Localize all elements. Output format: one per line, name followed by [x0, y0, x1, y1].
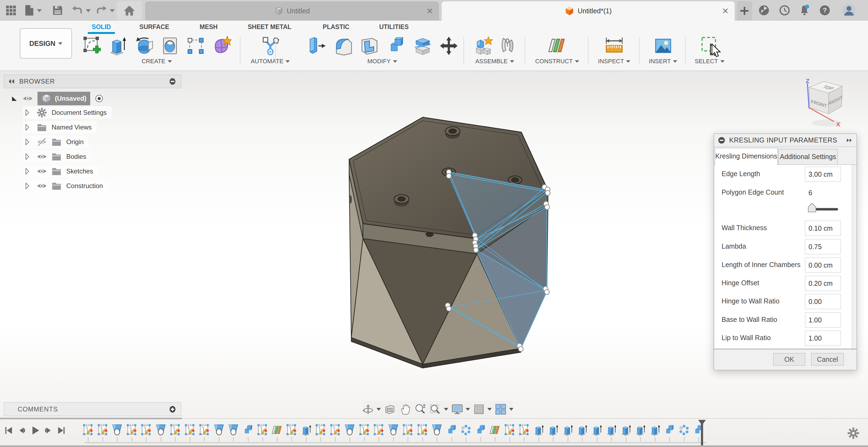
timeline-feature-sketch[interactable] [402, 424, 414, 437]
app-grid-icon[interactable] [5, 4, 17, 16]
expand-caret-icon[interactable] [23, 123, 32, 132]
ribbon-tab-sheet-metal[interactable]: SHEET METAL [248, 22, 291, 32]
cancel-button[interactable]: Cancel [811, 353, 844, 366]
expand-caret-icon[interactable] [23, 138, 32, 146]
extrude-button[interactable] [107, 36, 128, 56]
timeline-feature-extrude[interactable] [634, 424, 646, 437]
field-input-lip-to-wall-ratio[interactable]: 1.00 [805, 331, 841, 346]
undo-menu-caret[interactable] [86, 9, 91, 12]
timeline-feature-extrude[interactable] [300, 424, 312, 437]
browser-item-unsaved[interactable]: (Unsaved) [10, 92, 104, 105]
viewports-button[interactable] [494, 403, 507, 415]
timeline-settings-gear-icon[interactable] [847, 427, 860, 439]
help-icon[interactable]: ? [819, 4, 831, 16]
new-tab-button[interactable] [737, 1, 752, 21]
close-tab-icon[interactable]: ✕ [425, 6, 435, 16]
split-body-button[interactable] [413, 36, 433, 56]
timeline-feature-combine[interactable] [475, 424, 487, 437]
document-tab-untitled-1[interactable]: Untitled*(1) ✕ [442, 1, 735, 21]
timeline-feature-sketch[interactable] [504, 424, 516, 437]
visibility-eye-icon[interactable] [36, 151, 47, 162]
timeline-feature-extrude[interactable] [591, 424, 603, 437]
create-form-button[interactable] [211, 36, 231, 56]
orbit-dropdown-caret[interactable] [376, 408, 381, 411]
joint-button[interactable] [497, 36, 518, 56]
field-input-polygon-edge-count[interactable]: 6 [805, 185, 828, 200]
field-input-edge-length[interactable]: 3.00 cm [805, 167, 841, 182]
timeline-feature-loft[interactable] [227, 424, 239, 437]
group-label-inspect[interactable]: INSPECT [598, 58, 630, 65]
zoom-window-button[interactable] [429, 403, 442, 415]
collapse-panel-icon[interactable] [7, 77, 16, 85]
timeline-feature-sketch[interactable] [358, 424, 370, 437]
kresling-3d-model[interactable] [342, 113, 560, 369]
save-icon[interactable] [52, 4, 64, 16]
dialog-title-bar[interactable]: KRESLING INPUT PARAMETERS [714, 134, 857, 147]
group-label-create[interactable]: CREATE [142, 58, 172, 65]
timeline-feature-extrude[interactable] [620, 424, 632, 437]
revolve-button[interactable] [134, 36, 154, 56]
hole-button[interactable] [160, 36, 181, 56]
timeline-feature-combine[interactable] [445, 424, 458, 437]
browser-item-construction[interactable]: Construction [23, 180, 108, 192]
notifications-bell-icon[interactable] [799, 4, 810, 16]
close-tab-icon[interactable]: ✕ [720, 6, 730, 16]
timeline-feature-sketch[interactable] [329, 424, 341, 437]
timeline-feature-extrude[interactable] [533, 424, 545, 437]
tab-kresling-dimensions[interactable]: Kresling Dimensions [715, 148, 778, 165]
step-back-button[interactable] [17, 425, 27, 437]
timeline-feature-sketch[interactable] [373, 424, 385, 437]
workspace-switcher[interactable]: DESIGN [20, 28, 72, 59]
visibility-eye-icon[interactable] [36, 137, 47, 147]
timeline-feature-sketch[interactable] [518, 424, 530, 437]
visibility-eye-icon[interactable] [36, 180, 47, 191]
timeline-feature-extrude[interactable] [576, 424, 588, 437]
group-label-modify[interactable]: MODIFY [367, 58, 397, 65]
user-avatar[interactable] [842, 3, 856, 18]
timeline-feature-sketch[interactable] [97, 424, 109, 437]
document-tab-untitled[interactable]: Untitled ✕ [145, 1, 439, 21]
file-icon[interactable] [23, 4, 35, 16]
browser-item-origin[interactable]: Origin [23, 136, 89, 148]
shell-button[interactable] [360, 36, 379, 56]
undo-icon[interactable] [71, 4, 83, 16]
measure-button[interactable] [604, 36, 624, 56]
pan-button[interactable] [399, 403, 411, 415]
grid-settings-dropdown-caret[interactable] [487, 408, 492, 411]
group-label-insert[interactable]: INSERT [649, 58, 677, 65]
expand-caret-icon[interactable] [23, 152, 32, 161]
ribbon-tab-surface[interactable]: SURFACE [140, 22, 169, 32]
redo-menu-caret[interactable] [110, 9, 115, 12]
expand-caret-icon[interactable] [23, 167, 32, 176]
timeline-feature-sketch[interactable] [285, 424, 298, 437]
job-status-clock-icon[interactable] [779, 4, 790, 16]
timeline-feature-combine[interactable] [242, 424, 254, 437]
field-input-lambda[interactable]: 0.75 [805, 239, 841, 254]
timeline-feature-combine[interactable] [663, 424, 675, 437]
group-label-construct[interactable]: CONSTRUCT [535, 58, 579, 65]
field-input-length-of-inner-chambers[interactable]: 0.00 cm [805, 257, 841, 273]
slider-handle[interactable] [808, 203, 816, 212]
insert-image-button[interactable] [653, 36, 673, 56]
ribbon-tab-mesh[interactable]: MESH [200, 22, 218, 32]
timeline-feature-circular-pattern[interactable] [678, 424, 690, 437]
timeline-feature-sketch[interactable] [315, 424, 327, 437]
timeline-feature-sketch[interactable] [169, 424, 181, 437]
rectangular-pattern-button[interactable] [186, 36, 206, 56]
timeline-feature-sketch[interactable] [184, 424, 196, 437]
timeline-feature-loft[interactable] [111, 424, 123, 437]
ok-button[interactable]: OK [773, 353, 805, 366]
fillet-button[interactable] [334, 36, 354, 56]
view-cube[interactable]: TOP FRONT RIGHT Z X [801, 78, 848, 131]
polygon-edge-count-slider[interactable] [807, 202, 845, 214]
timeline-feature-loft[interactable] [388, 424, 399, 437]
tab-additional-settings[interactable]: Additional Settings [778, 149, 838, 165]
add-comment-icon[interactable] [168, 405, 177, 414]
timeline-feature-sketch[interactable] [82, 424, 94, 437]
grid-settings-button[interactable] [473, 403, 485, 415]
timeline-feature-extrude[interactable] [605, 424, 617, 437]
ribbon-tab-solid[interactable]: SOLID [92, 22, 111, 32]
expand-caret-icon[interactable] [23, 181, 32, 190]
dialog-dock-icon[interactable] [845, 136, 853, 144]
home-button[interactable] [117, 1, 142, 20]
